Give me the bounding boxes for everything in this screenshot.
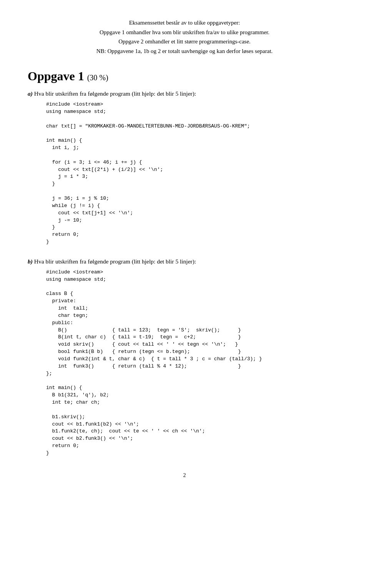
- oppgave1-b-code: #include <iostream> using namespace std;…: [46, 269, 341, 457]
- oppgave1-a-text: Hva blir utskriften fra følgende program…: [34, 90, 196, 97]
- oppgave1-a-code: #include <iostream> using namespace std;…: [46, 101, 341, 246]
- oppgave1-title-text: Oppgave 1: [28, 69, 84, 83]
- oppgave1-b: b) Hva blir utskriften fra følgende prog…: [28, 258, 341, 457]
- intro-section: Eksamenssettet består av to ulike oppgav…: [28, 18, 341, 55]
- oppgave1-b-question: b) Hva blir utskriften fra følgende prog…: [28, 258, 341, 265]
- intro-line1: Eksamenssettet består av to ulike oppgav…: [28, 18, 341, 27]
- page-number: 2: [28, 472, 341, 479]
- oppgave1-percent: (30 %): [87, 73, 108, 82]
- oppgave1-a-question: a) Hva blir utskriften fra følgende prog…: [28, 90, 341, 97]
- intro-line3: Oppgave 2 omhandler et litt større progr…: [28, 37, 341, 46]
- oppgave1-a-label: a): [28, 90, 33, 97]
- intro-line4: NB: Oppgavene 1a, 1b og 2 er totalt uavh…: [28, 47, 341, 56]
- intro-line2: Oppgave 1 omhandler hva som blir utskrif…: [28, 28, 341, 37]
- oppgave1-b-label: b): [28, 258, 33, 265]
- oppgave1-a: a) Hva blir utskriften fra følgende prog…: [28, 90, 341, 246]
- oppgave1-b-text: Hva blir utskriften fra følgende program…: [34, 258, 196, 265]
- oppgave1-title: Oppgave 1 (30 %) (function(){ var el = d…: [28, 69, 341, 83]
